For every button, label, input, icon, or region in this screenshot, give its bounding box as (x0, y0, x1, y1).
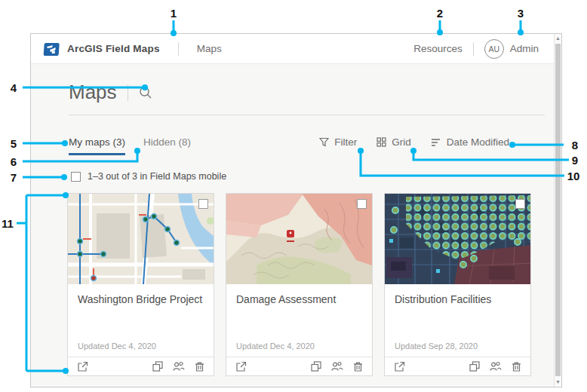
nav-item-admin[interactable]: Admin (510, 43, 539, 54)
callout-2: 2 (437, 7, 443, 20)
callout-7: 7 (11, 171, 17, 184)
scroll-up-icon[interactable]: ▲ (555, 34, 561, 43)
duplicate-icon[interactable] (152, 361, 163, 372)
delete-icon[interactable] (353, 361, 363, 372)
callout-3: 3 (518, 7, 524, 20)
search-icon[interactable] (139, 86, 152, 100)
map-thumbnail (68, 194, 214, 284)
page-title: Maps (69, 81, 117, 104)
card-title: Distribution Facilities (395, 293, 521, 305)
nav-item-maps[interactable]: Maps (197, 43, 222, 54)
map-card-washington-bridge[interactable]: Washington Bridge Project Updated Dec 4,… (67, 193, 214, 376)
delete-icon[interactable] (195, 361, 204, 372)
callout-10: 10 (567, 170, 580, 182)
card-title: Washington Bridge Project (78, 293, 204, 305)
card-updated-date: Updated Sep 28, 2020 (395, 341, 478, 351)
divider (178, 42, 179, 56)
arcgis-logo-icon (43, 41, 60, 57)
card-footer (385, 357, 530, 375)
filter-button[interactable]: Filter (319, 136, 357, 148)
grid-icon (376, 137, 386, 147)
card-footer (68, 357, 214, 375)
app-title: ArcGIS Field Maps (67, 43, 160, 54)
user-avatar[interactable]: AU (484, 39, 504, 59)
card-updated-date: Updated Dec 4, 2020 (236, 341, 315, 351)
callout-9: 9 (572, 154, 578, 167)
tab-hidden[interactable]: Hidden (8) (143, 136, 191, 155)
grid-view-button[interactable]: Grid (376, 136, 411, 148)
callout-11: 11 (2, 217, 14, 230)
map-card-distribution-facilities[interactable]: Distribution Facilities Updated Sep 28, … (384, 193, 531, 376)
card-updated-date: Updated Dec 4, 2020 (78, 341, 156, 351)
sort-date-modified-button[interactable]: Date Modified (431, 136, 509, 148)
card-checkbox[interactable] (357, 199, 367, 209)
tab-bar: My maps (3) Hidden (8) (69, 136, 191, 155)
card-title: Damage Assessment (236, 293, 362, 305)
open-map-icon[interactable] (77, 361, 88, 372)
open-map-icon[interactable] (235, 361, 247, 372)
top-navbar: ArcGIS Field Maps Maps Resources AU Admi… (31, 34, 561, 64)
card-checkbox[interactable] (198, 199, 208, 209)
card-checkbox[interactable] (515, 199, 525, 209)
scrollbar-thumb[interactable] (555, 44, 561, 376)
duplicate-icon[interactable] (469, 361, 480, 372)
open-map-icon[interactable] (394, 361, 405, 372)
list-controls: Filter Grid Date Modified (319, 136, 509, 148)
scroll-down-icon[interactable]: ▼ (555, 378, 561, 387)
divider (473, 42, 474, 56)
share-icon[interactable] (173, 361, 185, 372)
page: ArcGIS Field Maps Maps Resources AU Admi… (0, 0, 587, 392)
map-card-damage-assessment[interactable]: Damage Assessment Updated Dec 4, 2020 (226, 193, 373, 376)
sort-icon (431, 138, 441, 147)
divider (69, 115, 545, 115)
nav-item-resources[interactable]: Resources (413, 43, 463, 54)
tab-my-maps[interactable]: My maps (3) (69, 136, 125, 155)
delete-icon[interactable] (512, 361, 521, 372)
selection-count-label: 1–3 out of 3 in Field Maps mobile (88, 171, 226, 182)
divider (128, 84, 128, 101)
select-all-checkbox[interactable] (71, 172, 81, 182)
map-card-list: Washington Bridge Project Updated Dec 4,… (67, 193, 531, 376)
share-icon[interactable] (490, 361, 502, 372)
card-footer (226, 357, 372, 375)
map-thumbnail (385, 194, 530, 284)
duplicate-icon[interactable] (311, 361, 321, 372)
map-thumbnail (226, 194, 372, 284)
callout-4: 4 (11, 81, 17, 94)
app-window: ArcGIS Field Maps Maps Resources AU Admi… (30, 33, 562, 387)
window-scrollbar[interactable]: ▲ ▼ (554, 34, 561, 387)
callout-8: 8 (572, 139, 578, 152)
callout-1: 1 (171, 7, 177, 20)
callout-6: 6 (11, 155, 17, 168)
filter-icon (319, 137, 329, 147)
callout-5: 5 (11, 137, 17, 150)
share-icon[interactable] (331, 361, 343, 372)
